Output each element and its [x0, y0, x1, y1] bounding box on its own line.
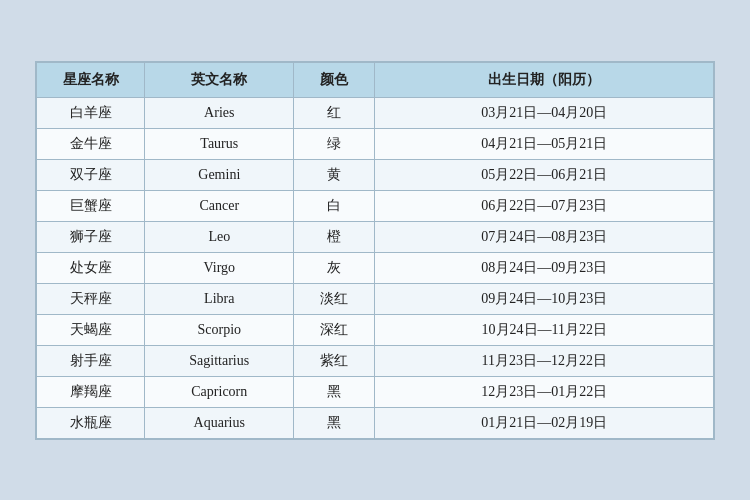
cell-color: 黑: [294, 407, 375, 438]
cell-english: Taurus: [145, 128, 294, 159]
table-row: 天蝎座Scorpio深红10月24日—11月22日: [37, 314, 714, 345]
cell-color: 灰: [294, 252, 375, 283]
cell-color: 橙: [294, 221, 375, 252]
cell-english: Leo: [145, 221, 294, 252]
cell-date: 07月24日—08月23日: [375, 221, 714, 252]
cell-english: Gemini: [145, 159, 294, 190]
table-row: 巨蟹座Cancer白06月22日—07月23日: [37, 190, 714, 221]
header-color: 颜色: [294, 62, 375, 97]
cell-date: 01月21日—02月19日: [375, 407, 714, 438]
table-row: 狮子座Leo橙07月24日—08月23日: [37, 221, 714, 252]
header-date: 出生日期（阳历）: [375, 62, 714, 97]
header-english: 英文名称: [145, 62, 294, 97]
cell-color: 淡红: [294, 283, 375, 314]
cell-english: Sagittarius: [145, 345, 294, 376]
cell-date: 04月21日—05月21日: [375, 128, 714, 159]
cell-date: 10月24日—11月22日: [375, 314, 714, 345]
cell-chinese: 狮子座: [37, 221, 145, 252]
cell-chinese: 双子座: [37, 159, 145, 190]
cell-english: Aries: [145, 97, 294, 128]
cell-english: Aquarius: [145, 407, 294, 438]
table-body: 白羊座Aries红03月21日—04月20日金牛座Taurus绿04月21日—0…: [37, 97, 714, 438]
table-row: 处女座Virgo灰08月24日—09月23日: [37, 252, 714, 283]
cell-color: 黄: [294, 159, 375, 190]
cell-english: Libra: [145, 283, 294, 314]
cell-chinese: 天秤座: [37, 283, 145, 314]
header-chinese: 星座名称: [37, 62, 145, 97]
cell-english: Cancer: [145, 190, 294, 221]
cell-color: 红: [294, 97, 375, 128]
cell-chinese: 水瓶座: [37, 407, 145, 438]
table-row: 水瓶座Aquarius黑01月21日—02月19日: [37, 407, 714, 438]
cell-color: 深红: [294, 314, 375, 345]
cell-date: 06月22日—07月23日: [375, 190, 714, 221]
table-row: 射手座Sagittarius紫红11月23日—12月22日: [37, 345, 714, 376]
table-row: 白羊座Aries红03月21日—04月20日: [37, 97, 714, 128]
table-header-row: 星座名称 英文名称 颜色 出生日期（阳历）: [37, 62, 714, 97]
table-row: 天秤座Libra淡红09月24日—10月23日: [37, 283, 714, 314]
zodiac-table: 星座名称 英文名称 颜色 出生日期（阳历） 白羊座Aries红03月21日—04…: [36, 62, 714, 439]
cell-chinese: 白羊座: [37, 97, 145, 128]
table-row: 金牛座Taurus绿04月21日—05月21日: [37, 128, 714, 159]
table-row: 双子座Gemini黄05月22日—06月21日: [37, 159, 714, 190]
cell-date: 12月23日—01月22日: [375, 376, 714, 407]
cell-date: 09月24日—10月23日: [375, 283, 714, 314]
cell-chinese: 巨蟹座: [37, 190, 145, 221]
cell-color: 白: [294, 190, 375, 221]
cell-english: Capricorn: [145, 376, 294, 407]
cell-color: 绿: [294, 128, 375, 159]
cell-chinese: 摩羯座: [37, 376, 145, 407]
cell-english: Virgo: [145, 252, 294, 283]
cell-date: 11月23日—12月22日: [375, 345, 714, 376]
cell-color: 紫红: [294, 345, 375, 376]
cell-english: Scorpio: [145, 314, 294, 345]
cell-chinese: 射手座: [37, 345, 145, 376]
cell-chinese: 天蝎座: [37, 314, 145, 345]
zodiac-table-container: 星座名称 英文名称 颜色 出生日期（阳历） 白羊座Aries红03月21日—04…: [35, 61, 715, 440]
cell-chinese: 金牛座: [37, 128, 145, 159]
cell-date: 03月21日—04月20日: [375, 97, 714, 128]
cell-date: 08月24日—09月23日: [375, 252, 714, 283]
cell-color: 黑: [294, 376, 375, 407]
cell-chinese: 处女座: [37, 252, 145, 283]
cell-date: 05月22日—06月21日: [375, 159, 714, 190]
table-row: 摩羯座Capricorn黑12月23日—01月22日: [37, 376, 714, 407]
